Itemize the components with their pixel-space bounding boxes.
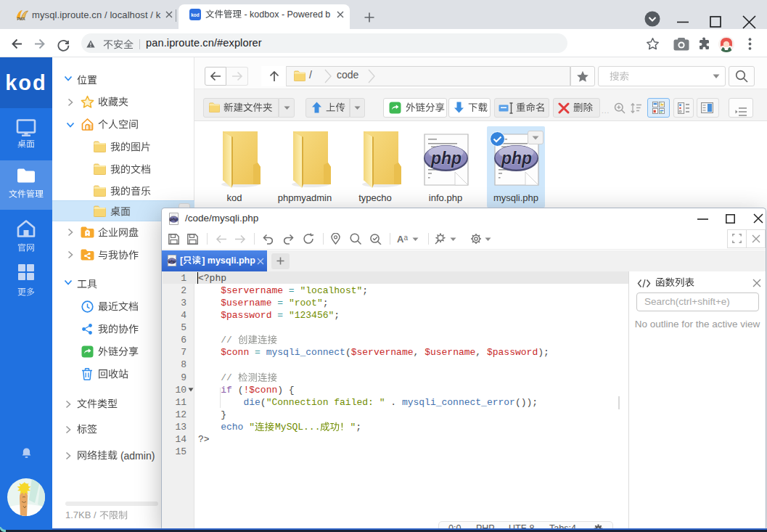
- svg-text:PMA: PMA: [17, 17, 26, 20]
- svg-text:php: php: [430, 149, 462, 168]
- svg-text:php: php: [501, 149, 532, 168]
- svg-text:php: php: [169, 217, 178, 221]
- svg-text:kod: kod: [191, 12, 199, 17]
- svg-text:php: php: [168, 259, 176, 263]
